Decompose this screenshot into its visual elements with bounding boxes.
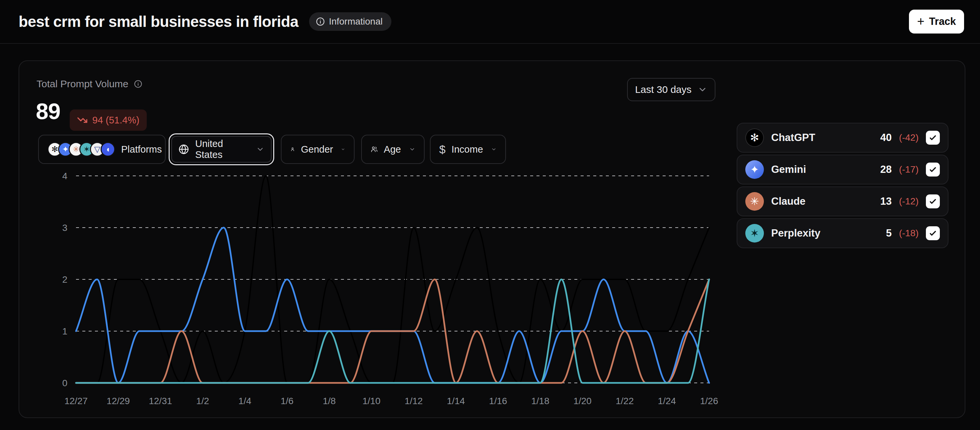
- legend-name: Gemini: [771, 163, 806, 176]
- chatgpt-logo-icon: ✻: [745, 129, 764, 147]
- check-icon: [929, 133, 937, 142]
- legend-delta: (-17): [899, 164, 919, 175]
- legend-value: 13: [880, 195, 891, 207]
- perplexity-logo-icon: ✶: [745, 224, 764, 243]
- x-axis-tick: 1/20: [573, 396, 592, 406]
- legend-delta: (-42): [899, 132, 919, 143]
- x-axis-tick: 1/24: [658, 396, 676, 406]
- x-axis-tick: 1/22: [616, 396, 634, 406]
- info-icon: [316, 17, 325, 26]
- x-axis-tick: 1/8: [323, 396, 336, 406]
- gemini-logo-icon: ✦: [745, 160, 764, 179]
- legend-delta: (-18): [899, 228, 919, 238]
- legend-checkbox-gemini[interactable]: [926, 163, 940, 176]
- legend-name: ChatGPT: [771, 132, 815, 144]
- legend-name: Perplexity: [771, 227, 820, 239]
- x-axis-tick: 1/10: [363, 396, 381, 406]
- page-title: best crm for small businesses in florida: [19, 13, 298, 30]
- x-axis-tick: 1/12: [405, 396, 423, 406]
- x-axis-tick: 1/4: [239, 396, 251, 406]
- x-axis-tick: 1/18: [531, 396, 549, 406]
- claude-logo-icon: ✳: [745, 192, 764, 211]
- x-axis-tick: 1/6: [280, 396, 293, 406]
- y-axis-tick: 3: [62, 223, 67, 233]
- x-axis-tick: 1/16: [489, 396, 507, 406]
- legend-item-claude[interactable]: ✳ Claude 13 (-12): [737, 186, 948, 216]
- legend-item-chatgpt[interactable]: ✻ ChatGPT 40 (-42): [737, 123, 948, 152]
- legend-checkbox-claude[interactable]: [926, 194, 940, 208]
- y-axis-tick: 1: [62, 326, 67, 336]
- plus-icon: +: [917, 15, 924, 27]
- y-axis-tick: 4: [62, 171, 67, 181]
- legend-value: 40: [880, 132, 891, 144]
- x-axis-tick: 1/14: [447, 396, 465, 406]
- y-axis-tick: 0: [62, 378, 67, 388]
- prompt-volume-card: Total Prompt Volume 89 94 (51.4%) Last 3…: [19, 60, 966, 418]
- check-icon: [929, 165, 937, 174]
- x-axis-tick: 12/27: [64, 396, 88, 406]
- x-axis-tick: 12/29: [107, 396, 130, 406]
- legend-value: 28: [880, 163, 891, 176]
- legend-value: 5: [886, 227, 892, 239]
- page-header: best crm for small businesses in florida…: [0, 0, 980, 44]
- track-button[interactable]: + Track: [909, 10, 964, 33]
- legend-name: Claude: [771, 195, 805, 207]
- check-icon: [929, 197, 937, 206]
- check-icon: [929, 229, 937, 238]
- x-axis-tick: 1/26: [700, 396, 718, 406]
- y-axis-tick: 2: [62, 275, 67, 285]
- legend-delta: (-12): [899, 196, 919, 207]
- track-button-label: Track: [929, 16, 956, 27]
- intent-badge-label: Informational: [329, 16, 383, 27]
- intent-badge: Informational: [309, 12, 391, 31]
- legend-checkbox-perplexity[interactable]: [926, 226, 940, 240]
- x-axis-tick: 1/2: [196, 396, 209, 406]
- x-axis-tick: 12/31: [149, 396, 172, 406]
- legend-checkbox-chatgpt[interactable]: [926, 131, 940, 144]
- legend-item-gemini[interactable]: ✦ Gemini 28 (-17): [737, 155, 948, 184]
- legend-item-perplexity[interactable]: ✶ Perplexity 5 (-18): [737, 218, 948, 248]
